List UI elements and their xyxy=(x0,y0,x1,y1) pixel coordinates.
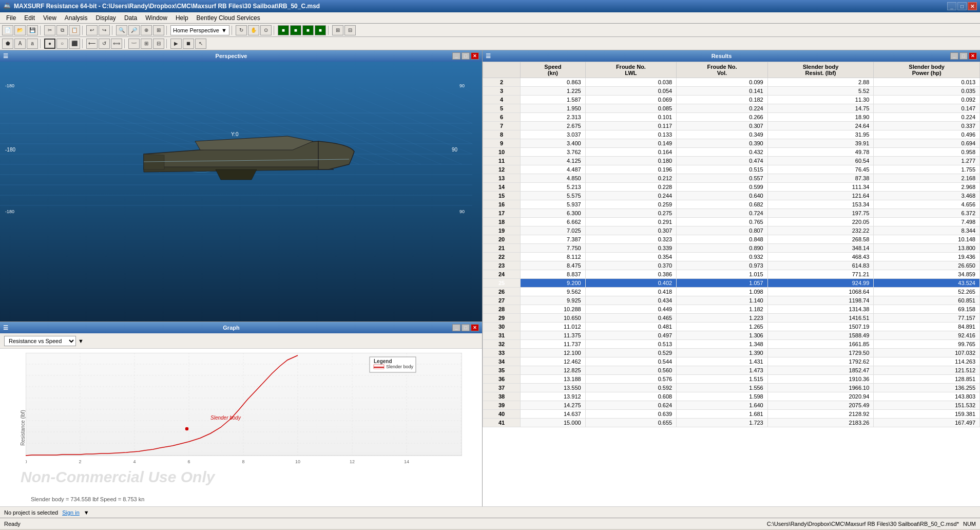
render-2-btn[interactable]: ■ xyxy=(290,25,301,35)
zoom-in-btn[interactable]: 🔍 xyxy=(116,25,127,35)
table-row[interactable]: 4014.6370.6391.6812128.92159.381 xyxy=(483,410,980,419)
render-4-btn[interactable]: ■ xyxy=(315,25,326,35)
close-button[interactable]: ✕ xyxy=(968,2,977,10)
btn-a[interactable]: ⊞ xyxy=(332,25,343,35)
viewport-3d[interactable]: -180 90 Y:0 -180 90 -180 90 Pitch xyxy=(0,62,482,321)
table-row[interactable]: 134.8500.2120.55787.382.168 xyxy=(483,174,980,183)
table-row[interactable]: 3111.3750.4971.3061588.4992.416 xyxy=(483,331,980,340)
menu-window[interactable]: Window xyxy=(141,13,171,23)
menu-edit[interactable]: Edit xyxy=(20,13,39,23)
point-btn[interactable]: ● xyxy=(44,39,55,49)
results-maximize[interactable]: □ xyxy=(959,52,968,60)
grid-btn[interactable]: ⊞ xyxy=(141,39,152,49)
menu-bentley[interactable]: Bentley Cloud Services xyxy=(193,13,264,23)
perspective-close[interactable]: ✕ xyxy=(471,52,479,60)
zoom-all-btn[interactable]: ⊕ xyxy=(141,25,152,35)
table-row[interactable]: 259.2000.4021.057924.9943.524 xyxy=(483,279,980,288)
table-row[interactable]: 3211.7370.5131.3481661.8599.765 xyxy=(483,340,980,349)
menu-data[interactable]: Data xyxy=(120,13,141,23)
paste-btn[interactable]: 📋 xyxy=(69,25,80,35)
rotate-btn[interactable]: ↻ xyxy=(236,25,247,35)
table-row[interactable]: 186.6620.2910.765220.057.498 xyxy=(483,218,980,226)
table-row[interactable]: 155.5750.2440.640121.643.468 xyxy=(483,192,980,200)
table-row[interactable]: 176.3000.2750.724197.756.372 xyxy=(483,209,980,218)
table-row[interactable]: 3011.0120.4811.2651507.1984.891 xyxy=(483,323,980,331)
table-row[interactable]: 114.1250.1800.47460.541.277 xyxy=(483,157,980,165)
menu-display[interactable]: Display xyxy=(92,13,120,23)
table-row[interactable]: 228.1120.3540.932468.4319.436 xyxy=(483,253,980,261)
font-btn[interactable]: A xyxy=(14,39,26,49)
sign-in-button[interactable]: Sign in xyxy=(62,509,80,516)
font2-btn[interactable]: a xyxy=(27,39,38,49)
table-row[interactable]: 248.8370.3861.015771.2134.859 xyxy=(483,270,980,279)
table-row[interactable]: 3312.1000.5291.3901729.50107.032 xyxy=(483,349,980,357)
open-btn[interactable]: 📂 xyxy=(14,25,26,35)
undo-btn[interactable]: ↩ xyxy=(86,25,98,35)
redo-btn[interactable]: ↪ xyxy=(99,25,110,35)
table-row[interactable]: 3412.4620.5441.4311792.62114.263 xyxy=(483,357,980,366)
pan-btn[interactable]: ✋ xyxy=(248,25,259,35)
scale-btn[interactable]: ⟺ xyxy=(111,39,122,49)
table-row[interactable]: 124.4870.1960.51576.451.755 xyxy=(483,165,980,174)
render-3-btn[interactable]: ■ xyxy=(302,25,314,35)
minimize-button[interactable]: _ xyxy=(947,2,956,10)
table-row[interactable]: 207.3870.3230.848268.5810.148 xyxy=(483,235,980,244)
table-row[interactable]: 279.9250.4341.1401198.7460.851 xyxy=(483,296,980,305)
mesh-btn[interactable]: ⊟ xyxy=(153,39,164,49)
cursor-btn[interactable]: ↖ xyxy=(195,39,206,49)
table-row[interactable]: 3613.1880.5761.5151910.36128.851 xyxy=(483,375,980,384)
rotate2-btn[interactable]: ↺ xyxy=(99,39,110,49)
table-row[interactable]: 165.9370.2590.682153.344.656 xyxy=(483,200,980,209)
table-row[interactable]: 2910.6500.4651.2231416.5177.157 xyxy=(483,314,980,323)
table-row[interactable]: 145.2130.2280.599111.342.968 xyxy=(483,183,980,192)
perspective-dropdown[interactable]: Home Perspective ▼ xyxy=(170,25,229,35)
graph-close[interactable]: ✕ xyxy=(471,324,479,331)
stop-btn[interactable]: ⏹ xyxy=(183,39,194,49)
zoom-out-btn[interactable]: 🔎 xyxy=(128,25,140,35)
render-1-btn[interactable]: ■ xyxy=(278,25,289,35)
table-row[interactable]: 103.7620.1640.43249.780.958 xyxy=(483,148,980,157)
table-row[interactable]: 41.5870.0690.18211.300.092 xyxy=(483,96,980,104)
table-row[interactable]: 3914.2750.6241.6402075.49151.532 xyxy=(483,401,980,410)
graph-maximize[interactable]: □ xyxy=(462,324,470,331)
table-row[interactable]: 93.4000.1490.39039.910.694 xyxy=(483,139,980,148)
table-row[interactable]: 3713.5500.5921.5561966.10136.255 xyxy=(483,384,980,392)
menu-view[interactable]: View xyxy=(39,13,61,23)
line-btn[interactable]: ○ xyxy=(56,39,68,49)
copy-btn[interactable]: ⧉ xyxy=(56,25,68,35)
surface-btn[interactable]: ⬛ xyxy=(69,39,80,49)
table-row[interactable]: 51.9500.0850.22414.750.147 xyxy=(483,104,980,113)
table-row[interactable]: 83.0370.1330.34931.950.496 xyxy=(483,130,980,139)
table-row[interactable]: 4115.0000.6551.7232183.26167.497 xyxy=(483,419,980,427)
menu-analysis[interactable]: Analysis xyxy=(61,13,92,23)
table-row[interactable]: 3813.9120.6081.5982020.94143.803 xyxy=(483,392,980,401)
table-row[interactable]: 62.3130.1010.26618.900.224 xyxy=(483,113,980,122)
table-row[interactable]: 2810.2880.4491.1821314.3869.158 xyxy=(483,305,980,314)
menu-help[interactable]: Help xyxy=(171,13,193,23)
cut-btn[interactable]: ✂ xyxy=(44,25,55,35)
table-row[interactable]: 20.8630.0380.0992.880.013 xyxy=(483,78,980,87)
table-row[interactable]: 217.7500.3390.890348.1413.800 xyxy=(483,244,980,253)
wave-btn[interactable]: 〰 xyxy=(128,39,140,49)
table-row[interactable]: 31.2250.0540.1415.520.035 xyxy=(483,87,980,96)
results-minimize[interactable]: _ xyxy=(950,52,958,60)
table-row[interactable]: 3512.8250.5601.4731852.47121.512 xyxy=(483,366,980,375)
table-row[interactable]: 72.6750.1170.30724.640.337 xyxy=(483,122,980,130)
zoom-window-btn[interactable]: ⊞ xyxy=(153,25,164,35)
graph-minimize[interactable]: _ xyxy=(452,324,460,331)
perspective-maximize[interactable]: □ xyxy=(462,52,470,60)
graph-type-dropdown[interactable]: Resistance vs Speed xyxy=(4,336,76,346)
maximize-button[interactable]: □ xyxy=(957,2,967,10)
table-row[interactable]: 269.5620.4181.0981068.6452.265 xyxy=(483,288,980,296)
save-btn[interactable]: 💾 xyxy=(27,25,38,35)
results-close[interactable]: ✕ xyxy=(969,52,977,60)
table-row[interactable]: 197.0250.3070.807232.228.344 xyxy=(483,226,980,235)
results-table-container[interactable]: Speed(kn) Froude No.LWL Froude No.Vol. S… xyxy=(483,62,980,506)
new-btn[interactable]: 📄 xyxy=(2,25,13,35)
perspective-minimize[interactable]: _ xyxy=(452,52,460,60)
btn-b[interactable]: ⊟ xyxy=(344,25,356,35)
table-row[interactable]: 238.4750.3700.973614.8326.650 xyxy=(483,261,980,270)
menu-file[interactable]: File xyxy=(2,13,20,23)
run-btn[interactable]: ▶ xyxy=(170,39,182,49)
orbit-btn[interactable]: ⊙ xyxy=(260,25,272,35)
